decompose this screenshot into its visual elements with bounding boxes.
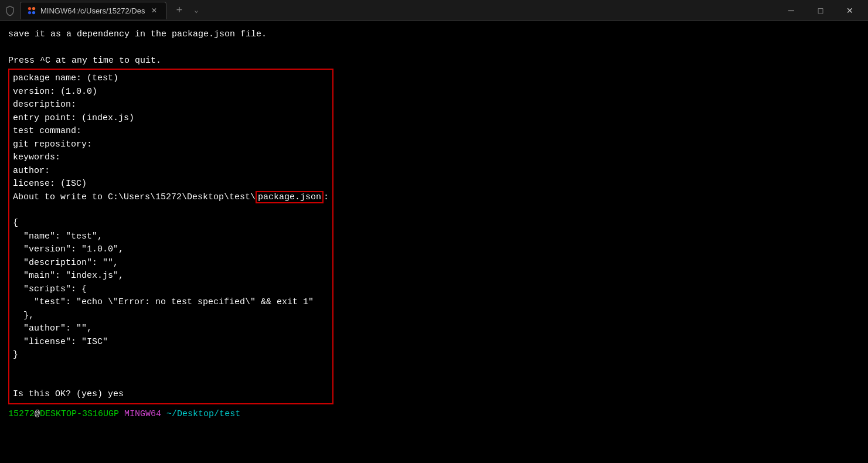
terminal-blank-1 [8, 42, 860, 55]
box-json-scripts: "scripts": { [13, 283, 329, 297]
terminal[interactable]: save it as a dependency in the package.j… [0, 21, 868, 463]
prompt-space1 [119, 408, 124, 421]
tab-label: MINGW64:/c/Users/15272/Des [40, 6, 145, 15]
window-controls: ─ □ ✕ [778, 2, 863, 19]
svg-point-2 [28, 11, 31, 14]
box-json-scripts-close: }, [13, 309, 329, 323]
svg-point-3 [32, 11, 35, 14]
box-json-author: "author": "", [13, 322, 329, 336]
svg-point-0 [28, 7, 31, 10]
box-line-entry: entry point: (index.js) [13, 112, 329, 125]
shield-icon [5, 5, 15, 16]
box-json-desc: "description": "", [13, 257, 329, 270]
terminal-line-intro: save it as a dependency in the package.j… [8, 28, 860, 42]
maximize-button[interactable]: □ [807, 2, 834, 19]
new-tab-button[interactable]: + [171, 5, 187, 16]
box-json-version: "version": "1.0.0", [13, 243, 329, 257]
box-line-author: author: [13, 165, 329, 178]
prompt-space2 [161, 408, 166, 421]
titlebar: MINGW64:/c/Users/15272/Des ✕ + ⌄ ─ □ ✕ [0, 0, 868, 21]
box-json-main: "main": "index.js", [13, 270, 329, 283]
tab-close-button[interactable]: ✕ [149, 6, 159, 15]
terminal-line-press: Press ^C at any time to quit. [8, 55, 860, 68]
svg-point-1 [32, 7, 35, 10]
box-json-close: } [13, 349, 329, 362]
prompt-host: DESKTOP-3S16UGP [40, 408, 119, 421]
box-line-name: package name: (test) [13, 72, 329, 86]
box-json-name: "name": "test", [13, 230, 329, 244]
npm-init-box: package name: (test) version: (1.0.0) de… [8, 69, 333, 404]
box-line-description: description: [13, 98, 329, 112]
box-line-ok: Is this OK? (yes) yes [13, 388, 329, 401]
titlebar-left: MINGW64:/c/Users/15272/Des ✕ + ⌄ [5, 2, 778, 19]
box-json-open: { [13, 217, 329, 230]
terminal-prompt: 15272 @ DESKTOP-3S16UGP MINGW64 ~/Deskto… [8, 408, 860, 421]
box-blank-2 [13, 362, 329, 375]
box-line-license: license: (ISC) [13, 178, 329, 191]
tab-icon [28, 6, 36, 15]
box-blank-1 [13, 204, 329, 217]
box-json-test: "test": "echo \"Error: no test specified… [13, 296, 329, 309]
package-json-highlight: package.json [256, 191, 324, 203]
box-json-license: "license": "ISC" [13, 336, 329, 349]
prompt-mingw: MINGW64 [124, 408, 161, 421]
tab-dropdown-button[interactable]: ⌄ [192, 6, 200, 15]
box-line-keywords: keywords: [13, 151, 329, 165]
box-line-test-cmd: test command: [13, 125, 329, 138]
box-line-git: git repository: [13, 138, 329, 152]
prompt-user: 15272 [8, 408, 35, 421]
prompt-path: ~/Desktop/test [166, 408, 240, 421]
box-blank-3 [13, 375, 329, 388]
minimize-button[interactable]: ─ [778, 2, 805, 19]
box-line-version: version: (1.0.0) [13, 86, 329, 99]
prompt-at: @ [35, 408, 40, 421]
terminal-tab[interactable]: MINGW64:/c/Users/15272/Des ✕ [20, 2, 166, 19]
box-line-about: About to write to C:\Users\15272\Desktop… [13, 191, 329, 205]
close-button[interactable]: ✕ [836, 2, 863, 19]
